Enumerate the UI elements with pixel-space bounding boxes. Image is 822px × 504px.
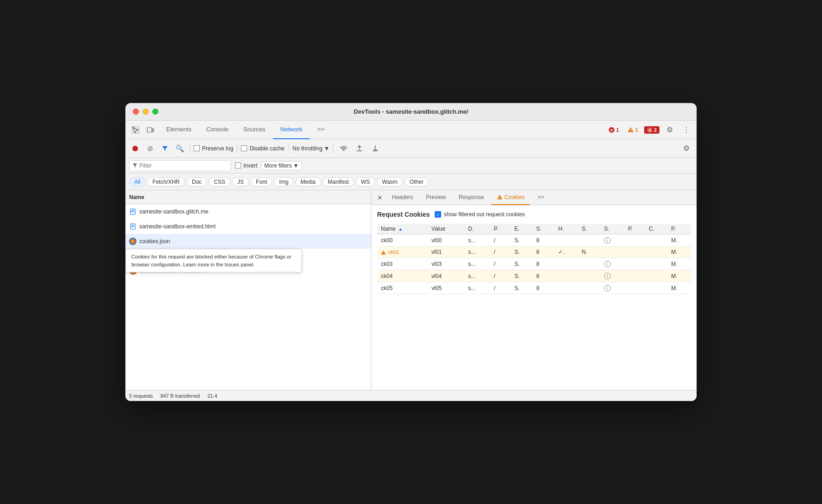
resource-size: 21.4 [207,393,217,399]
col-d[interactable]: D. [464,224,490,234]
stop-recording-btn[interactable] [129,142,141,155]
col-p[interactable]: P. [490,224,510,234]
more-icon[interactable]: ⋮ [680,123,693,136]
type-filter-font[interactable]: Font [251,177,272,187]
detail-tab-preview[interactable]: Preview [420,190,451,205]
settings-icon[interactable]: ⚙ [663,123,676,136]
tab-elements[interactable]: Elements [159,121,199,139]
detail-tab-response[interactable]: Response [453,190,489,205]
filter-icon[interactable] [159,142,171,155]
detail-tab-headers[interactable]: Headers [386,190,418,205]
cookie-name-ck05: ck05 [377,282,428,294]
file-item-1[interactable]: samesite-sandbox.glitch.me [125,204,371,219]
col-e[interactable]: E. [511,224,533,234]
network-settings-icon[interactable]: ⚙ [680,142,693,155]
cookie-row-ck03[interactable]: ck03 vl03 s... / S. 8 i [377,258,691,270]
col-name[interactable]: Name ▲ [377,224,428,234]
transfer-size: 847 B transferred [160,393,200,399]
col-s2[interactable]: S. [578,224,600,234]
col-h[interactable]: H. [555,224,578,234]
info-icon-ck04[interactable]: i [604,273,611,279]
tab-console[interactable]: Console [199,121,236,139]
title-bar: DevTools - samesite-sandbox.glitch.me/ [125,103,697,121]
info-icon-ck03[interactable]: i [604,261,611,267]
detail-tab-more[interactable]: >> [532,190,549,205]
type-filter-img[interactable]: Img [274,177,294,187]
svg-point-9 [132,146,138,151]
file-list: Name samesite-sandbox.glitch.me samesite… [125,190,372,390]
type-filter-fetch-xhr[interactable]: Fetch/XHR [147,177,185,187]
throttle-selector[interactable]: No throttling ▼ [293,145,330,152]
separator-2 [237,144,237,153]
maximize-button[interactable] [152,109,158,115]
separator-1 [189,144,190,153]
type-filter-manifest[interactable]: Manifest [323,177,354,187]
warning-badge[interactable]: ! 1 [625,126,640,134]
search-btn[interactable]: 🔍 [174,142,186,155]
info-icon-ck05[interactable]: i [604,285,611,291]
cookies-table: Name ▲ Value D. P. E. S. H. S. S. P. [377,224,691,294]
col-c[interactable]: C. [645,224,667,234]
red-box-badge[interactable]: ✕ 2 [644,126,659,134]
cookie-row-ck01[interactable]: ! ck01 vl01 s... / S. 8 ✓. N. [377,246,691,258]
svg-text:!: ! [499,196,500,199]
invert-checkbox[interactable] [235,162,241,168]
close-panel-btn[interactable]: ✕ [375,193,385,202]
type-filter-all[interactable]: All [129,177,145,187]
tab-more[interactable]: >> [310,121,332,139]
close-button[interactable] [133,109,139,115]
error-badge[interactable]: ✕ 1 [606,126,621,134]
cookies-warning-icon: ! [497,194,502,200]
type-filter-css[interactable]: CSS [209,177,230,187]
filter-funnel-icon [132,163,137,168]
tab-sources[interactable]: Sources [236,121,273,139]
type-filter-media[interactable]: Media [295,177,321,187]
filter-input-wrap[interactable] [129,160,231,171]
cookie-row-ck04[interactable]: ck04 vl04 s... / S. 8 i [377,270,691,282]
main-area: Name samesite-sandbox.glitch.me samesite… [125,190,697,390]
clear-btn[interactable]: ⊘ [144,142,156,155]
file-item-3[interactable]: ! cookies.json Cookies for this request … [125,234,371,249]
info-icon-ck00[interactable]: i [604,237,611,244]
download-icon[interactable] [369,142,382,155]
col-p2[interactable]: P. [625,224,645,234]
cursor-icon[interactable] [129,123,142,136]
devtools-content: Elements Console Sources Network >> ✕ [125,121,697,401]
type-filter-js[interactable]: JS [232,177,249,187]
svg-rect-14 [130,224,135,229]
svg-rect-2 [152,129,154,132]
file-name-2: samesite-sandbox-embed.html [139,223,215,230]
upload-icon[interactable] [353,142,366,155]
sort-arrow: ▲ [398,226,403,232]
minimize-button[interactable] [143,109,149,115]
cookie-name-ck04: ck04 [377,270,428,282]
file-name-1: samesite-sandbox.glitch.me [139,208,209,215]
type-filter-ws[interactable]: WS [356,177,375,187]
tab-network[interactable]: Network [273,121,310,139]
disable-cache-checkbox[interactable] [241,145,247,151]
wifi-icon[interactable] [337,142,350,155]
cookie-value-ck04: vl04 [428,270,464,282]
more-filters-button[interactable]: More filters ▼ [261,161,302,170]
col-s[interactable]: S. [533,224,555,234]
type-filter-wasm[interactable]: Wasm [377,177,403,187]
devtools-window: DevTools - samesite-sandbox.glitch.me/ E… [125,103,697,401]
type-filter-doc[interactable]: Doc [187,177,207,187]
status-bar: 5 requests 847 B transferred 21.4 [125,390,697,401]
detail-tab-cookies[interactable]: ! Cookies [491,190,530,205]
cookie-row-ck05[interactable]: ck05 vl05 s... / S. 8 i [377,282,691,294]
cookie-warning-ck01: ! ck01 [381,249,399,255]
device-icon[interactable] [144,123,157,136]
col-s3[interactable]: S. [600,224,625,234]
separator-3 [288,144,289,153]
window-title: DevTools - samesite-sandbox.glitch.me/ [354,108,469,115]
col-value[interactable]: Value [428,224,464,234]
col-p3[interactable]: P. [667,224,691,234]
preserve-log-checkbox[interactable] [194,145,200,151]
type-filter-other[interactable]: Other [404,177,429,187]
cookie-row-ck00[interactable]: ck00 vl00 s... / S. 8 i [377,234,691,246]
filter-input[interactable] [139,162,228,169]
cookie-name-ck03: ck03 [377,258,428,270]
file-item-2[interactable]: samesite-sandbox-embed.html [125,219,371,234]
show-filtered-checkbox[interactable]: ✓ [435,211,441,218]
